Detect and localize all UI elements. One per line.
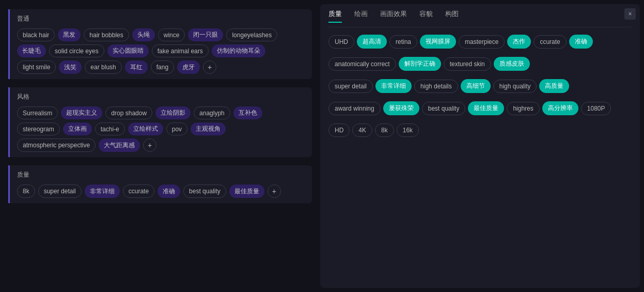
rtag-en-0-0[interactable]: UHD	[328, 35, 354, 49]
rtag-cn-1-0[interactable]: 解剖学正确	[399, 57, 441, 71]
rtag-en-2-2[interactable]: high quality	[493, 80, 537, 93]
rtag-cn-0-0[interactable]: 超高清	[357, 35, 387, 49]
tags-container-quality: 8ksuper detail非常详细ccurate准确best quality最…	[17, 185, 305, 198]
add-tag-button-common[interactable]: +	[203, 60, 216, 74]
right-tag-row-3: award winning屡获殊荣best quality最佳质量highres…	[328, 101, 611, 115]
rtag-en-1-1[interactable]: textured skin	[444, 57, 491, 71]
tags-container-common: black hair黑发hair bobbles头绳wince闭一只眼longe…	[17, 28, 305, 74]
tag-cn-common-5[interactable]: 仿制的动物耳朵	[212, 44, 265, 57]
rtag-en-0-1[interactable]: retina	[389, 35, 417, 49]
add-tag-button-style[interactable]: +	[143, 139, 156, 152]
tag-en-common-1[interactable]: hair bobbles	[84, 28, 129, 41]
tab-构图[interactable]: 构图	[445, 9, 459, 23]
section-common: 普通black hair黑发hair bobbles头绳wince闭一只眼lon…	[8, 9, 312, 79]
tab-质量[interactable]: 质量	[328, 9, 342, 23]
tab-绘画[interactable]: 绘画	[354, 9, 368, 23]
rtag-cn-3-1[interactable]: 最佳质量	[468, 101, 504, 115]
tag-en-quality-2[interactable]: ccurate	[123, 185, 154, 198]
tag-cn-common-3[interactable]: 长睫毛	[17, 44, 46, 57]
tag-en-style-6[interactable]: atmospheric perspective	[17, 139, 96, 152]
rtag-en-2-0[interactable]: super detail	[328, 80, 373, 93]
rtag-cn-0-1[interactable]: 视网膜屏	[420, 35, 456, 49]
section-title-style: 风格	[17, 93, 305, 101]
tag-en-style-4[interactable]: tachi-e	[95, 122, 125, 135]
rtag-en-3-1[interactable]: best quality	[422, 102, 466, 115]
rtag-cn-2-0[interactable]: 非常详细	[375, 79, 412, 93]
tag-en-style-0[interactable]: Surrealism	[17, 106, 58, 119]
rtag-en-4-3[interactable]: 16k	[397, 124, 419, 137]
tag-cn-style-0[interactable]: 超现实主义	[61, 106, 102, 119]
tag-cn-style-4[interactable]: 立绘样式	[128, 122, 163, 135]
tag-en-common-2[interactable]: wince	[158, 28, 185, 41]
right-tag-row-0: UHD超高清retina视网膜屏masterpiece杰作ccurate准确	[328, 35, 593, 49]
left-panel: 普通black hair黑发hair bobbles头绳wince闭一只眼lon…	[0, 0, 320, 292]
tag-en-style-3[interactable]: stereogram	[17, 122, 60, 135]
rtag-en-3-0[interactable]: award winning	[328, 102, 381, 115]
tag-cn-quality-2[interactable]: 准确	[158, 185, 180, 198]
tab-容貌[interactable]: 容貌	[419, 9, 433, 23]
right-tag-row-1: anatomically correct解剖学正确textured skin质感…	[328, 57, 530, 71]
rtag-en-4-1[interactable]: 4K	[352, 124, 372, 137]
tabs: 质量绘画画面效果容貌构图	[328, 9, 632, 27]
tab-画面效果[interactable]: 画面效果	[380, 9, 407, 23]
tag-cn-common-8[interactable]: 虎牙	[177, 60, 200, 74]
section-title-common: 普通	[17, 14, 305, 23]
tag-cn-style-1[interactable]: 立绘阴影	[155, 106, 191, 119]
rtag-en-3-3[interactable]: 1080P	[581, 102, 611, 115]
section-title-quality: 质量	[17, 171, 305, 179]
section-style: 风格Surrealism超现实主义drop shadow立绘阴影anaglyph…	[8, 87, 312, 157]
tag-en-common-0[interactable]: black hair	[17, 28, 55, 41]
right-tag-row-2: super detail非常详细high details高细节high qual…	[328, 79, 569, 93]
tag-cn-style-2[interactable]: 互补色	[233, 106, 262, 119]
tag-en-common-3[interactable]: longeyelashes	[226, 28, 277, 41]
tag-cn-common-0[interactable]: 黑发	[58, 28, 81, 41]
right-panel: × 质量绘画画面效果容貌构图 UHD超高清retina视网膜屏masterpie…	[320, 4, 640, 288]
tag-en-common-8[interactable]: fang	[151, 60, 174, 74]
tag-cn-common-1[interactable]: 头绳	[132, 28, 155, 41]
tag-cn-quality-3[interactable]: 最佳质量	[229, 185, 264, 198]
section-quality: 质量8ksuper detail非常详细ccurate准确best qualit…	[8, 165, 312, 203]
rtag-en-1-0[interactable]: anatomically correct	[328, 57, 396, 71]
rtag-en-4-0[interactable]: HD	[328, 124, 350, 137]
right-tags-container: UHD超高清retina视网膜屏masterpiece杰作ccurate准确an…	[328, 35, 632, 141]
rtag-cn-3-0[interactable]: 屡获殊荣	[383, 101, 419, 115]
rtag-cn-0-2[interactable]: 杰作	[507, 35, 531, 49]
tag-en-quality-1[interactable]: super detail	[38, 185, 82, 198]
rtag-cn-3-2[interactable]: 高分辨率	[542, 101, 578, 115]
rtag-en-2-1[interactable]: high details	[414, 80, 458, 93]
tag-en-common-7[interactable]: ear blush	[85, 60, 121, 74]
tag-cn-common-7[interactable]: 耳红	[125, 60, 148, 74]
tag-cn-style-5[interactable]: 主观视角	[191, 122, 226, 135]
tag-en-quality-0[interactable]: 8k	[17, 185, 35, 198]
tags-container-style: Surrealism超现实主义drop shadow立绘阴影anaglyph互补…	[17, 106, 305, 152]
rtag-en-0-3[interactable]: ccurate	[533, 35, 566, 49]
right-tag-row-4: HD4K8k16k	[328, 124, 419, 137]
rtag-en-0-2[interactable]: masterpiece	[459, 35, 505, 49]
tag-cn-common-4[interactable]: 实心圆眼睛	[107, 44, 149, 57]
rtag-en-4-2[interactable]: 8k	[375, 124, 394, 137]
tag-en-style-1[interactable]: drop shadow	[105, 106, 152, 119]
tag-cn-quality-1[interactable]: 非常详细	[85, 185, 120, 198]
rtag-cn-1-1[interactable]: 质感皮肤	[494, 57, 530, 71]
add-tag-button-quality[interactable]: +	[268, 185, 281, 198]
tag-en-common-5[interactable]: fake animal ears	[152, 44, 209, 57]
tag-cn-style-6[interactable]: 大气距离感	[99, 139, 140, 152]
close-button[interactable]: ×	[624, 8, 636, 20]
rtag-en-3-2[interactable]: highres	[507, 102, 539, 115]
tag-en-quality-3[interactable]: best quality	[183, 185, 226, 198]
tag-en-common-6[interactable]: light smile	[17, 60, 56, 74]
rtag-cn-2-2[interactable]: 高质量	[539, 79, 569, 93]
tag-en-style-2[interactable]: anaglyph	[194, 106, 230, 119]
tag-cn-common-2[interactable]: 闭一只眼	[188, 28, 223, 41]
tag-en-style-5[interactable]: pov	[166, 122, 187, 135]
rtag-cn-2-1[interactable]: 高细节	[461, 79, 491, 93]
tag-cn-style-3[interactable]: 立体画	[63, 122, 92, 135]
rtag-cn-0-3[interactable]: 准确	[569, 35, 593, 49]
tag-en-common-4[interactable]: solid circle eyes	[49, 44, 104, 57]
tag-cn-common-6[interactable]: 浅笑	[59, 60, 82, 74]
